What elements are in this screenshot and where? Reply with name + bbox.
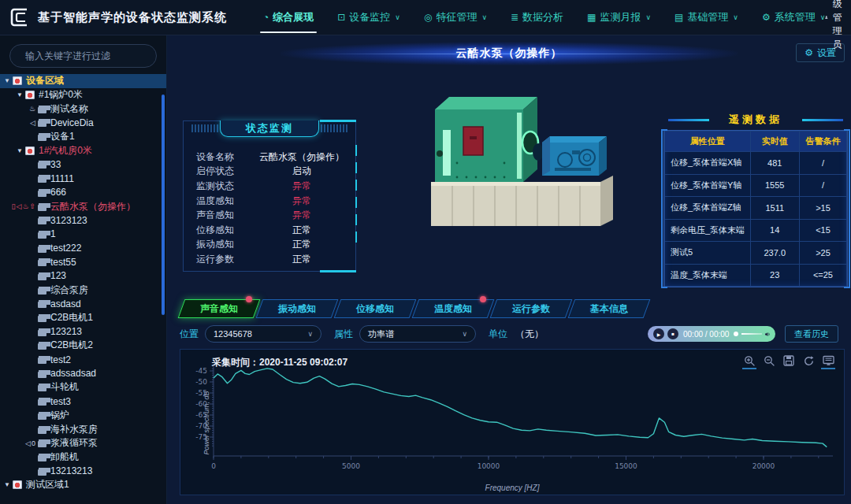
volume-track[interactable]: [741, 333, 762, 335]
tree-status-icons: ◁0: [25, 439, 38, 447]
telemetry-condition: <15: [799, 219, 846, 242]
tree-item-label: 1: [50, 228, 56, 239]
main-menu: ◔综合展现⊡设备监控∨◎特征管理∨≣数据分析▦监测月报∨▤基础管理∨⚙系统管理∨: [263, 0, 825, 35]
tab-位移感知[interactable]: 位移感知: [337, 299, 413, 318]
nav-item-基础管理[interactable]: ▤基础管理∨: [674, 0, 738, 35]
play-button[interactable]: ▶: [653, 328, 664, 339]
tree-item[interactable]: ♨测试名称: [0, 102, 166, 116]
telemetry-value: 23: [750, 264, 799, 287]
tree-item-label: test55: [50, 257, 76, 268]
telemetry-condition: >15: [799, 197, 846, 220]
tree-item[interactable]: ▼1#汽机房0米: [0, 143, 166, 158]
tree-item[interactable]: 666: [0, 186, 166, 200]
tree-expand-icon[interactable]: ▼: [17, 147, 25, 154]
tree-item[interactable]: 13213213: [0, 464, 166, 478]
tree-item-label: 浆液循环泵: [50, 436, 98, 450]
nav-item-综合展现[interactable]: ◔综合展现: [263, 0, 314, 35]
user-menu[interactable]: 超级管理员 ∨: [825, 0, 851, 51]
view-history-button[interactable]: 查看历史: [785, 325, 838, 343]
device-icon: [38, 413, 46, 420]
perception-tabs: 声音感知振动感知位移感知温度感知运行参数基本信息: [181, 299, 649, 318]
navbar: 基于智能声学的设备状态监测系统 ◔综合展现⊡设备监控∨◎特征管理∨≣数据分析▦监…: [0, 0, 851, 35]
tree-item-label: 锅炉: [50, 409, 69, 422]
sidebar: ▼设备区域▼#1锅炉0米♨测试名称◁DeviceDia设备1▼1#汽机房0米33…: [0, 35, 167, 504]
tree-item-label: 设备区域: [26, 74, 64, 87]
sidebar-scrollbar[interactable]: [162, 94, 165, 315]
status-row: 启停状态启动: [196, 165, 346, 180]
tree-item[interactable]: adssadsad: [0, 366, 166, 380]
tree-item[interactable]: 海补水泵房: [0, 422, 166, 436]
status-row-value: 异常: [258, 209, 346, 222]
nav-item-设备监控[interactable]: ⊡设备监控∨: [337, 0, 400, 35]
status-row: 声音感知异常: [196, 208, 346, 223]
tree-item[interactable]: ▼#1锅炉0米: [0, 88, 166, 102]
tree-item[interactable]: ▼设备区域: [0, 74, 166, 88]
tab-声音感知[interactable]: 声音感知: [181, 299, 257, 318]
tree-item[interactable]: 33: [0, 158, 166, 172]
device-icon: [38, 455, 46, 461]
tree-item[interactable]: 123213: [0, 324, 166, 339]
tree-search-input[interactable]: [25, 50, 147, 61]
tree-item[interactable]: 1: [0, 228, 166, 242]
tab-温度感知[interactable]: 温度感知: [415, 299, 491, 318]
telemetry-value: 1511: [750, 197, 799, 220]
spectrum-chart[interactable]: 05000100001500020000-45-50-55-60-65-70-7…: [180, 350, 845, 496]
position-select[interactable]: 12345678 ∨: [205, 325, 321, 343]
device-icon: [38, 232, 46, 239]
nav-item-监测月报[interactable]: ▦监测月报∨: [587, 0, 651, 35]
tree-item[interactable]: 3123123: [0, 213, 166, 228]
device-3d-model[interactable]: [403, 81, 656, 246]
device-icon: [38, 330, 46, 336]
tree-item-label: 123213: [50, 326, 82, 337]
tab-基本信息[interactable]: 基本信息: [571, 299, 647, 318]
tree-item-label: 卸船机: [50, 450, 79, 464]
tree-item-label: 33: [50, 159, 61, 170]
tree-item[interactable]: 设备1: [0, 130, 166, 144]
speaker-icon[interactable]: [765, 330, 770, 339]
tree-item[interactable]: 斗轮机: [0, 380, 166, 395]
tree-item[interactable]: 综合泵房: [0, 283, 166, 297]
tree-item[interactable]: test55: [0, 255, 166, 269]
tree-item[interactable]: ▯◁♨⇧云酷水泵（勿操作）: [0, 199, 166, 213]
tree-item[interactable]: test222: [0, 241, 166, 255]
volume-handle[interactable]: [734, 332, 738, 336]
tree-item[interactable]: C2B电机1: [0, 311, 166, 325]
telemetry-row: 位移_泵体首端X轴481/: [665, 152, 847, 175]
tree-item[interactable]: 11111: [0, 172, 166, 186]
status-row-value: 异常: [258, 180, 346, 193]
stop-button[interactable]: ■: [667, 328, 678, 339]
svg-text:-50: -50: [195, 378, 207, 386]
tree-item-label: test2: [50, 354, 71, 365]
tree-item[interactable]: ▼测试区域1: [0, 478, 166, 492]
tree-expand-icon[interactable]: ▼: [4, 481, 13, 488]
device-icon: [38, 469, 46, 476]
tree-expand-icon[interactable]: ▼: [4, 77, 13, 84]
tree-item[interactable]: ◁0浆液循环泵: [0, 436, 166, 450]
tab-运行参数[interactable]: 运行参数: [493, 299, 569, 318]
tree-item[interactable]: 123: [0, 269, 166, 284]
tree-item-label: 3123123: [50, 215, 87, 226]
nav-item-数据分析[interactable]: ≣数据分析: [511, 0, 563, 35]
tab-label: 振动感知: [259, 299, 335, 318]
status-row-value: 正常: [258, 253, 346, 266]
tree-item[interactable]: ◁DeviceDia: [0, 116, 166, 130]
device-icon: [38, 162, 46, 169]
tree-item[interactable]: 锅炉: [0, 409, 166, 423]
attribute-select[interactable]: 功率谱 ∨: [359, 325, 476, 343]
device-title-banner: 云酷水泵（勿操作）: [281, 42, 738, 65]
tree-item[interactable]: asdasd: [0, 297, 166, 311]
tree-item[interactable]: test2: [0, 353, 166, 367]
tree-item[interactable]: test3: [0, 395, 166, 409]
status-row-label: 振动感知: [196, 238, 258, 251]
tab-label: 温度感知: [415, 299, 491, 318]
tab-label: 声音感知: [181, 299, 257, 318]
device-icon: [38, 302, 46, 308]
nav-item-特征管理[interactable]: ◎特征管理∨: [424, 0, 487, 35]
alarm-badge: [480, 296, 486, 302]
tab-振动感知[interactable]: 振动感知: [259, 299, 335, 318]
nav-item-label: 监测月报: [600, 10, 641, 24]
nav-item-系统管理[interactable]: ⚙系统管理∨: [762, 0, 825, 35]
tree-item[interactable]: C2B电机2: [0, 339, 166, 353]
tree-expand-icon[interactable]: ▼: [17, 91, 25, 98]
tree-item[interactable]: 卸船机: [0, 450, 166, 465]
